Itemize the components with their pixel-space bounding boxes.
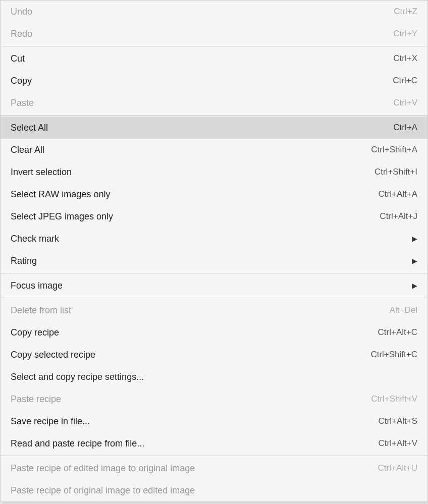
menu-item-shortcut: Ctrl+Shift+V bbox=[371, 394, 417, 404]
menu-item-clear-all[interactable]: Clear AllCtrl+Shift+A bbox=[1, 139, 427, 161]
menu-item-shortcut: Ctrl+Alt+C bbox=[378, 327, 417, 338]
submenu-arrow-icon: ▶ bbox=[412, 282, 417, 290]
menu-item-label: Select and copy recipe settings... bbox=[11, 372, 144, 382]
menu-item-undo: UndoCtrl+Z bbox=[1, 1, 427, 23]
menu-item-select-raw[interactable]: Select RAW images onlyCtrl+Alt+A bbox=[1, 183, 427, 205]
menu-item-select-all[interactable]: Select AllCtrl+A bbox=[1, 117, 427, 139]
menu-item-shortcut: Ctrl+Shift+A bbox=[371, 145, 417, 155]
menu-item-shortcut: Ctrl+A bbox=[393, 123, 417, 133]
menu-item-shortcut: Ctrl+Alt+J bbox=[380, 211, 417, 221]
menu-item-shortcut: Ctrl+Alt+U bbox=[378, 463, 417, 473]
menu-item-read-paste-recipe[interactable]: Read and paste recipe from file...Ctrl+A… bbox=[1, 432, 427, 455]
menu-item-check-mark[interactable]: Check mark▶ bbox=[1, 228, 427, 250]
menu-item-paste-recipe-original: Paste recipe of original image to edited… bbox=[1, 479, 427, 501]
menu-item-shortcut: Ctrl+Alt+A bbox=[379, 189, 417, 199]
menu-item-label: Copy selected recipe bbox=[11, 350, 95, 360]
menu-divider bbox=[1, 46, 427, 46]
menu-item-label: Delete from list bbox=[11, 305, 71, 316]
menu-item-invert-selection[interactable]: Invert selectionCtrl+Shift+I bbox=[1, 161, 427, 183]
menu-item-rating[interactable]: Rating▶ bbox=[1, 250, 427, 272]
menu-item-select-copy-recipe[interactable]: Select and copy recipe settings... bbox=[1, 366, 427, 388]
menu-item-label: Undo bbox=[11, 7, 32, 17]
menu-item-label: Copy recipe bbox=[11, 327, 59, 338]
menu-item-label: Paste bbox=[11, 98, 34, 108]
menu-divider bbox=[1, 456, 427, 456]
menu-item-label: Paste recipe of original image to edited… bbox=[11, 485, 195, 496]
menu-item-shortcut: Ctrl+C bbox=[393, 76, 417, 86]
menu-item-shortcut: Ctrl+X bbox=[393, 53, 417, 64]
menu-item-label: Paste recipe of edited image to original… bbox=[11, 463, 195, 474]
menu-item-cut[interactable]: CutCtrl+X bbox=[1, 47, 427, 70]
menu-item-label: Invert selection bbox=[11, 167, 72, 178]
submenu-arrow-icon: ▶ bbox=[412, 235, 417, 243]
menu-item-shortcut: Ctrl+Shift+I bbox=[375, 167, 417, 177]
menu-item-label: Save recipe in file... bbox=[11, 416, 90, 427]
menu-item-paste-recipe-edited: Paste recipe of edited image to original… bbox=[1, 457, 427, 479]
menu-item-select-jpeg[interactable]: Select JPEG images onlyCtrl+Alt+J bbox=[1, 205, 427, 228]
menu-item-label: Paste recipe bbox=[11, 394, 61, 405]
context-menu: UndoCtrl+ZRedoCtrl+YCutCtrl+XCopyCtrl+CP… bbox=[0, 0, 428, 502]
submenu-arrow-icon: ▶ bbox=[412, 257, 417, 265]
menu-item-shortcut: Ctrl+Alt+S bbox=[379, 416, 417, 426]
menu-item-redo: RedoCtrl+Y bbox=[1, 23, 427, 45]
menu-item-shortcut: Alt+Del bbox=[390, 305, 417, 315]
menu-divider bbox=[1, 298, 427, 298]
menu-item-label: Select All bbox=[11, 123, 48, 133]
menu-item-shortcut: Ctrl+V bbox=[393, 98, 417, 108]
menu-item-paste-recipe: Paste recipeCtrl+Shift+V bbox=[1, 388, 427, 410]
menu-item-label: Redo bbox=[11, 29, 32, 39]
menu-item-save-recipe[interactable]: Save recipe in file...Ctrl+Alt+S bbox=[1, 410, 427, 432]
menu-item-label: Select RAW images only bbox=[11, 189, 110, 200]
menu-divider bbox=[1, 115, 427, 116]
menu-item-shortcut: Ctrl+Alt+V bbox=[379, 438, 417, 449]
menu-item-label: Copy bbox=[11, 76, 32, 86]
menu-item-label: Select JPEG images only bbox=[11, 211, 113, 222]
menu-item-label: Clear All bbox=[11, 145, 44, 155]
menu-item-label: Cut bbox=[11, 53, 25, 64]
menu-item-label: Check mark bbox=[11, 234, 59, 244]
menu-item-shortcut: Ctrl+Z bbox=[394, 7, 417, 17]
menu-item-label: Rating bbox=[11, 256, 37, 266]
menu-item-copy-selected-recipe[interactable]: Copy selected recipeCtrl+Shift+C bbox=[1, 344, 427, 366]
menu-item-focus-image[interactable]: Focus image▶ bbox=[1, 274, 427, 297]
menu-divider bbox=[1, 273, 427, 273]
menu-item-label: Focus image bbox=[11, 281, 63, 291]
menu-item-label: Read and paste recipe from file... bbox=[11, 438, 144, 449]
menu-item-delete-from-list: Delete from listAlt+Del bbox=[1, 299, 427, 321]
menu-item-copy[interactable]: CopyCtrl+C bbox=[1, 70, 427, 92]
menu-item-copy-recipe[interactable]: Copy recipeCtrl+Alt+C bbox=[1, 321, 427, 344]
menu-item-shortcut: Ctrl+Shift+C bbox=[370, 350, 417, 360]
menu-item-paste: PasteCtrl+V bbox=[1, 92, 427, 114]
menu-item-shortcut: Ctrl+Y bbox=[393, 29, 417, 39]
